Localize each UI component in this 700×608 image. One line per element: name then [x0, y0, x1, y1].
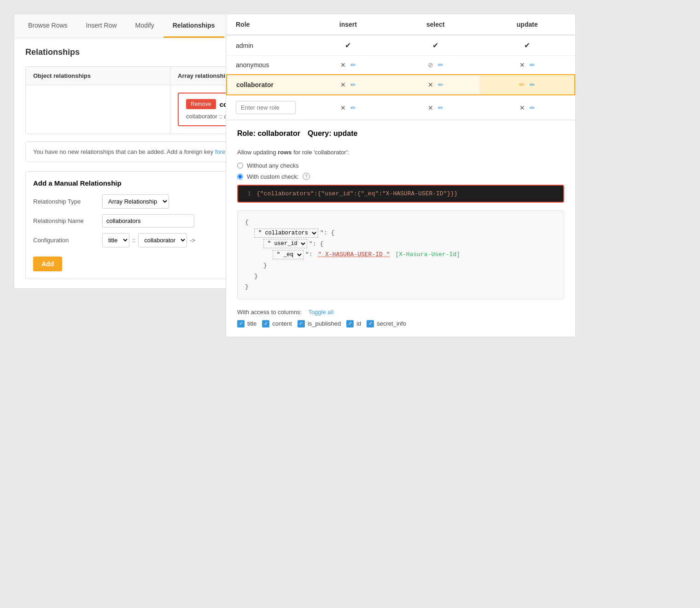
table-row: collaborator ✕ ✏ ✕ ✏ — [227, 75, 575, 95]
config-col-select[interactable]: title — [102, 233, 129, 247]
rel-name-label: Relationship Name — [33, 217, 102, 224]
secret-info-label: secret_info — [377, 320, 406, 327]
obj-rel-col — [26, 85, 170, 134]
remove-button[interactable]: Remove — [186, 99, 216, 109]
rel-type-select[interactable]: Array Relationship — [102, 194, 169, 209]
json-editor: { " collaborators ": { " user_id ": { " … — [237, 210, 564, 299]
role-cell: admin — [227, 35, 305, 56]
edit-icon[interactable]: ✏ — [350, 61, 356, 69]
config-arrow: -> — [190, 237, 195, 244]
secret-info-checkbox[interactable]: ✓ — [367, 320, 374, 327]
config-table-select[interactable]: collaborator — [138, 233, 187, 247]
role-cell: collaborator — [227, 75, 305, 95]
select-cell: ✕ ✏ — [391, 75, 480, 95]
edit-icon[interactable]: ✏ — [438, 61, 443, 69]
config-sep: :: — [132, 237, 135, 244]
is-published-checkbox[interactable]: ✓ — [298, 320, 305, 327]
code-box[interactable]: 1 {"collaborators":{"user_id":{"_eq":"X-… — [237, 185, 564, 203]
line-number: 1 — [244, 190, 251, 197]
obj-rel-header: Object relationships — [26, 67, 170, 85]
edit-icon[interactable]: ✏ — [530, 81, 535, 88]
edit-icon[interactable]: ✏ — [350, 104, 356, 111]
edit-active-icon[interactable]: ✏ — [519, 81, 525, 89]
update-cell[interactable]: ✏ ✏ — [479, 75, 575, 95]
collaborators-select[interactable]: " collaborators — [254, 228, 318, 238]
json-open-brace: { — [245, 217, 249, 228]
permissions-panel: Role insert select update admin ✔ ✔ ✔ an… — [226, 14, 576, 121]
user-id-select[interactable]: " user_id — [263, 239, 307, 248]
list-item: ✓ secret_info — [367, 320, 406, 327]
allow-desc: Allow updating rows for role 'collaborat… — [237, 149, 564, 156]
tab-relationships[interactable]: Relationships — [163, 14, 224, 38]
insert-cell: ✕ ✏ — [305, 75, 391, 95]
with-custom-option[interactable]: With custom check: ? — [237, 173, 564, 180]
without-checks-label: Without any checks — [247, 162, 299, 169]
id-label: id — [356, 320, 361, 327]
eq-value: " X-HASURA-USER-ID " — [318, 249, 390, 260]
select-cell: ⊘ ✏ — [391, 56, 480, 75]
role-cell: anonymous — [227, 56, 305, 75]
select-cell: ✔ — [391, 35, 480, 56]
is-published-label: is_published — [308, 320, 341, 327]
tab-modify[interactable]: Modify — [126, 14, 163, 38]
select-cell: ✕ ✏ — [391, 95, 480, 120]
title-checkbox[interactable]: ✓ — [237, 320, 245, 327]
edit-icon[interactable]: ✏ — [438, 104, 443, 111]
code-content: {"collaborators":{"user_id":{"_eq":"X-HA… — [257, 190, 458, 197]
list-item: ✓ title — [237, 320, 257, 327]
content-checkbox[interactable]: ✓ — [262, 320, 269, 327]
rel-name-input[interactable] — [102, 214, 194, 228]
update-cell: ✕ ✏ — [479, 56, 575, 75]
table-row: ✕ ✏ ✕ ✏ ✕ ✏ — [227, 95, 575, 120]
content-label: content — [272, 320, 292, 327]
without-checks-option[interactable]: Without any checks — [237, 162, 564, 169]
edit-icon[interactable]: ✏ — [530, 61, 535, 69]
title-label: title — [247, 320, 257, 327]
edit-icon[interactable]: ✏ — [530, 104, 535, 111]
insert-cell: ✔ — [305, 35, 391, 56]
col-insert-header: insert — [305, 14, 391, 35]
edit-icon[interactable]: ✏ — [350, 81, 356, 88]
table-row: admin ✔ ✔ ✔ — [227, 35, 575, 56]
hasura-user-label: [X-Hasura-User-Id] — [395, 249, 460, 260]
without-checks-radio[interactable] — [237, 163, 243, 169]
columns-list: ✓ title ✓ content ✓ is_published ✓ id ✓ — [237, 320, 564, 327]
role-cell — [227, 95, 305, 120]
edit-icon[interactable]: ✏ — [438, 81, 443, 88]
help-icon[interactable]: ? — [303, 173, 310, 180]
query-section-title: Query: update — [308, 129, 357, 138]
col-update-header: update — [479, 14, 575, 35]
with-custom-radio[interactable] — [237, 174, 243, 180]
list-item: ✓ id — [346, 320, 361, 327]
col-select-header: select — [391, 14, 480, 35]
edit-outline-icon[interactable]: ⊘ — [428, 61, 433, 69]
insert-cell: ✕ ✏ — [305, 95, 391, 120]
rel-type-label: Relationship Type — [33, 198, 102, 205]
columns-section: With access to columns: Toggle all ✓ tit… — [237, 309, 564, 327]
insert-cell: ✕ ✏ — [305, 56, 391, 75]
update-cell: ✔ — [479, 35, 575, 56]
id-checkbox[interactable]: ✓ — [346, 320, 354, 327]
table-row: anonymous ✕ ✏ ⊘ ✏ — [227, 56, 575, 75]
add-button[interactable]: Add — [33, 257, 62, 271]
permissions-table: Role insert select update admin ✔ ✔ ✔ an… — [226, 14, 575, 120]
col-role-header: Role — [227, 14, 305, 35]
with-custom-label: With custom check: — [247, 173, 299, 180]
role-detail-panel: Role: collaborator Query: update Allow u… — [226, 120, 576, 337]
tab-insert-row[interactable]: Insert Row — [77, 14, 126, 38]
list-item: ✓ is_published — [298, 320, 341, 327]
tab-browse-rows[interactable]: Browse Rows — [19, 14, 77, 38]
enter-role-input[interactable] — [236, 101, 296, 114]
toggle-all-link[interactable]: Toggle all — [308, 309, 333, 316]
eq-select[interactable]: " _eq — [273, 250, 303, 259]
config-label: Configuration — [33, 237, 102, 244]
columns-title: With access to columns: Toggle all — [237, 309, 564, 316]
list-item: ✓ content — [262, 320, 292, 327]
role-section-title: Role: collaborator — [237, 129, 300, 138]
update-cell: ✕ ✏ — [479, 95, 575, 120]
